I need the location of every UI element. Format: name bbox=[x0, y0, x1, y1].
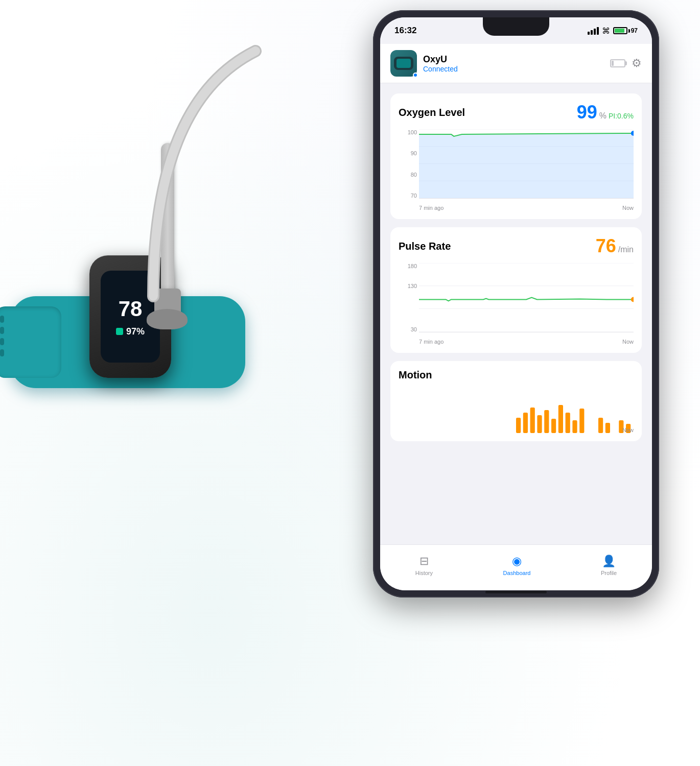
tab-bar: ⊟ History ◉ Dashboard 👤 Profile bbox=[380, 544, 652, 590]
svg-rect-22 bbox=[605, 423, 610, 433]
motion-bars-svg bbox=[399, 387, 634, 433]
pulse-chart-area bbox=[419, 263, 634, 332]
history-label: History bbox=[415, 570, 433, 576]
notification-dot bbox=[413, 73, 418, 78]
device-photo: 78 97% bbox=[0, 143, 296, 603]
pulse-values: 76 /min bbox=[596, 235, 634, 257]
status-time: 16:32 bbox=[394, 26, 416, 36]
signal-bars bbox=[588, 27, 599, 35]
svg-rect-16 bbox=[551, 419, 556, 433]
oxy-x-label-start: 7 min ago bbox=[419, 205, 444, 211]
oxygen-pi: PI:0.6% bbox=[609, 112, 634, 120]
oxygen-y-labels: 100 90 80 70 bbox=[399, 129, 417, 199]
device-status: Connected bbox=[423, 65, 604, 73]
signal-bar-3 bbox=[594, 29, 596, 35]
oxygen-x-labels: 7 min ago Now bbox=[419, 205, 634, 211]
motion-title: Motion bbox=[399, 369, 432, 381]
status-icons: ⌘ 97 bbox=[588, 26, 638, 36]
oxy-y-label-0: 100 bbox=[399, 129, 417, 135]
settings-icon[interactable]: ⚙ bbox=[632, 57, 642, 70]
pulse-x-label-start: 7 min ago bbox=[419, 339, 444, 345]
oxy-x-label-end: Now bbox=[622, 205, 634, 211]
history-icon: ⊟ bbox=[419, 555, 429, 568]
pulse-section: Pulse Rate 76 /min 180 130 30 bbox=[390, 227, 642, 353]
pulse-y-label-1: 130 bbox=[399, 283, 417, 289]
svg-rect-11 bbox=[516, 418, 521, 433]
oxygen-values: 99 % PI:0.6% bbox=[577, 102, 634, 123]
pulse-unit: /min bbox=[618, 245, 634, 254]
signal-bar-1 bbox=[588, 32, 590, 35]
device-bpm: 78 bbox=[119, 297, 143, 321]
svg-point-10 bbox=[631, 297, 634, 302]
device-icon bbox=[390, 50, 417, 77]
oxygen-header: Oxygen Level 99 % PI:0.6% bbox=[399, 102, 634, 123]
svg-rect-17 bbox=[558, 405, 563, 433]
status-bar: 16:32 ⌘ 97 bbox=[380, 17, 652, 44]
phone-screen: 16:32 ⌘ 97 bbox=[380, 17, 652, 590]
pulse-y-label-0: 180 bbox=[399, 263, 417, 269]
motion-header: Motion bbox=[399, 369, 634, 381]
oxygen-chart: 100 90 80 70 bbox=[399, 129, 634, 211]
device-spo2: 97% bbox=[126, 326, 145, 337]
svg-rect-21 bbox=[598, 418, 603, 433]
oxy-y-label-2: 80 bbox=[399, 172, 417, 178]
device-info: OxyU Connected bbox=[423, 54, 604, 73]
phone-frame: 16:32 ⌘ 97 bbox=[373, 10, 659, 597]
motion-section: Motion bbox=[390, 361, 642, 441]
header-actions: ⚙ bbox=[610, 57, 642, 70]
device-battery bbox=[610, 59, 625, 67]
svg-rect-15 bbox=[544, 410, 549, 433]
tab-history[interactable]: ⊟ History bbox=[405, 550, 443, 580]
dashboard-icon: ◉ bbox=[512, 555, 522, 568]
pulse-y-labels: 180 130 30 bbox=[399, 263, 417, 332]
oxygen-chart-area bbox=[419, 129, 634, 199]
oxygen-unit: % bbox=[599, 111, 606, 121]
svg-rect-12 bbox=[523, 413, 528, 433]
notch bbox=[483, 17, 549, 36]
pulse-chart: 180 130 30 bbox=[399, 263, 634, 345]
oxy-y-label-1: 90 bbox=[399, 150, 417, 156]
svg-rect-18 bbox=[566, 413, 570, 433]
device-name: OxyU bbox=[423, 54, 604, 65]
svg-rect-13 bbox=[530, 408, 535, 433]
pulse-value: 76 bbox=[596, 235, 616, 257]
signal-bar-2 bbox=[591, 30, 593, 35]
battery-status: 97 bbox=[613, 27, 638, 34]
pulse-x-labels: 7 min ago Now bbox=[419, 339, 634, 345]
pulse-x-label-end: Now bbox=[622, 339, 634, 345]
tab-profile[interactable]: 👤 Profile bbox=[591, 550, 627, 580]
pulse-chart-svg bbox=[419, 263, 634, 332]
pulse-y-label-3: 30 bbox=[399, 326, 417, 332]
oxygen-section: Oxygen Level 99 % PI:0.6% 100 90 80 70 bbox=[390, 93, 642, 219]
pulse-title: Pulse Rate bbox=[399, 241, 451, 252]
oxygen-value: 99 bbox=[577, 102, 597, 123]
oxy-y-label-3: 70 bbox=[399, 193, 417, 199]
svg-rect-19 bbox=[572, 420, 577, 433]
dashboard-label: Dashboard bbox=[503, 570, 531, 576]
profile-icon: 👤 bbox=[602, 555, 616, 568]
motion-chart: Now bbox=[399, 387, 634, 433]
oxygen-chart-svg bbox=[419, 129, 634, 198]
oxygen-title: Oxygen Level bbox=[399, 107, 465, 118]
svg-rect-20 bbox=[579, 409, 584, 433]
app-header: OxyU Connected ⚙ bbox=[380, 44, 652, 83]
tab-dashboard[interactable]: ◉ Dashboard bbox=[493, 550, 541, 580]
battery-percent: 97 bbox=[631, 27, 638, 34]
home-indicator bbox=[485, 591, 547, 593]
pulse-header: Pulse Rate 76 /min bbox=[399, 235, 634, 257]
signal-bar-4 bbox=[597, 27, 599, 35]
profile-label: Profile bbox=[601, 570, 617, 576]
wifi-icon: ⌘ bbox=[602, 26, 610, 36]
motion-x-label: Now bbox=[622, 427, 634, 433]
app-content: Oxygen Level 99 % PI:0.6% 100 90 80 70 bbox=[380, 83, 652, 554]
svg-rect-14 bbox=[537, 415, 542, 433]
